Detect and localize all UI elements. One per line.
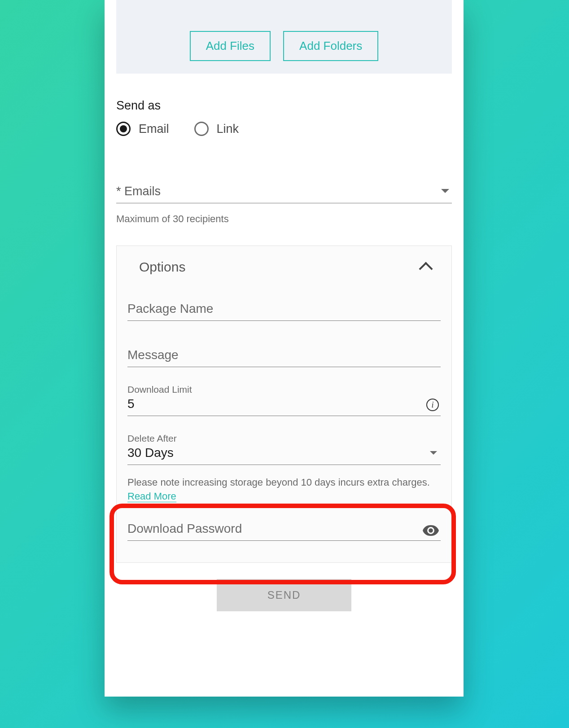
- send-card: Add Files Add Folders Send as Email Link…: [105, 0, 464, 697]
- emails-placeholder: * Emails: [116, 184, 161, 198]
- read-more-link[interactable]: Read More: [127, 491, 176, 502]
- delete-after-value: 30 Days: [127, 446, 174, 460]
- download-password-placeholder: Download Password: [127, 522, 242, 535]
- delete-after-note: Please note increasing storage beyond 10…: [127, 476, 441, 504]
- file-dropzone[interactable]: Add Files Add Folders: [116, 0, 452, 74]
- caret-down-icon: [441, 189, 449, 193]
- send-as-label: Send as: [116, 99, 452, 113]
- caret-down-icon: [430, 451, 437, 455]
- radio-unchecked-icon: [194, 122, 209, 136]
- chevron-up-icon: [419, 262, 433, 276]
- annotation-highlight: [109, 504, 456, 584]
- send-as-section: Send as Email Link: [105, 99, 464, 136]
- delete-after-label: Delete After: [127, 433, 177, 444]
- options-toggle[interactable]: Options: [127, 259, 441, 275]
- delete-after-note-text: Please note increasing storage beyond 10…: [127, 477, 430, 488]
- options-title: Options: [139, 259, 185, 275]
- package-name-input[interactable]: Package Name: [127, 302, 441, 321]
- options-panel: Options Package Name Message Download Li…: [116, 246, 452, 563]
- send-button[interactable]: SEND: [217, 579, 351, 611]
- download-limit-label: Download Limit: [127, 384, 192, 395]
- emails-section: * Emails Maximum of 30 recipients: [105, 184, 464, 225]
- message-placeholder: Message: [127, 348, 179, 362]
- package-name-placeholder: Package Name: [127, 302, 213, 316]
- send-as-radio-group: Email Link: [116, 122, 452, 136]
- message-input[interactable]: Message: [127, 348, 441, 367]
- download-limit-input[interactable]: Download Limit 5 i: [127, 385, 441, 416]
- send-as-link-radio[interactable]: Link: [194, 122, 239, 136]
- send-as-email-radio[interactable]: Email: [116, 122, 169, 136]
- delete-after-select[interactable]: Delete After 30 Days: [127, 434, 441, 465]
- send-as-email-label: Email: [139, 122, 169, 136]
- download-password-input[interactable]: Download Password: [127, 522, 441, 541]
- emails-input[interactable]: * Emails: [116, 184, 452, 203]
- info-icon[interactable]: i: [426, 399, 439, 411]
- radio-checked-icon: [116, 122, 131, 136]
- download-limit-value: 5: [127, 397, 135, 411]
- emails-help-text: Maximum of 30 recipients: [116, 213, 452, 225]
- eye-icon[interactable]: [423, 525, 439, 536]
- add-files-button[interactable]: Add Files: [190, 31, 271, 61]
- send-as-link-label: Link: [217, 122, 239, 136]
- add-folders-button[interactable]: Add Folders: [283, 31, 378, 61]
